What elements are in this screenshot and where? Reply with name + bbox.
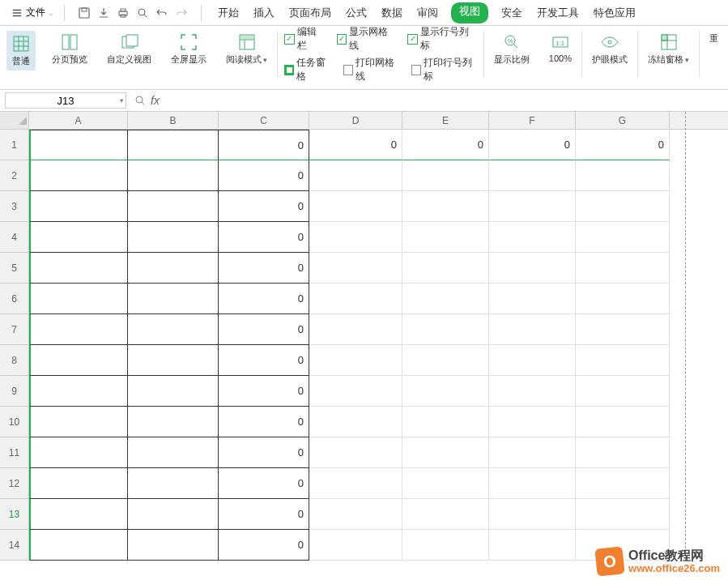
cell[interactable] <box>402 222 489 253</box>
cell[interactable] <box>402 253 489 284</box>
hundred-button[interactable]: 1:1 100% <box>546 31 575 65</box>
cell[interactable] <box>128 284 219 314</box>
col-header-C[interactable]: C <box>219 112 309 129</box>
row-header[interactable]: 13 <box>0 499 29 530</box>
print-icon[interactable] <box>117 6 130 19</box>
cell[interactable] <box>576 160 670 191</box>
cell[interactable] <box>128 468 219 499</box>
cell[interactable]: 0 <box>219 284 309 314</box>
cell[interactable]: 0 <box>219 130 309 160</box>
view-normal-button[interactable]: 普通 <box>6 31 36 70</box>
file-menu[interactable]: 文件 ⌵ <box>6 4 57 21</box>
cell[interactable] <box>309 222 402 253</box>
cell[interactable] <box>29 437 128 468</box>
export-icon[interactable] <box>97 6 110 19</box>
cell[interactable]: 0 <box>219 191 309 222</box>
cell[interactable]: 0 <box>219 160 309 191</box>
undo-icon[interactable] <box>155 6 168 19</box>
cell[interactable] <box>128 499 219 530</box>
fullscreen-button[interactable]: 全屏显示 <box>168 31 210 67</box>
cell[interactable] <box>489 160 576 191</box>
cell[interactable] <box>309 376 402 407</box>
cell[interactable]: 0 <box>219 314 309 345</box>
preview-icon[interactable] <box>136 6 149 19</box>
cell[interactable] <box>128 437 219 468</box>
cell[interactable] <box>402 437 489 468</box>
check-printgrid[interactable]: 打印网格线 <box>343 56 400 83</box>
cell[interactable] <box>489 530 576 561</box>
eyecare-button[interactable]: 护眼模式 <box>589 31 631 67</box>
cell[interactable] <box>309 530 402 561</box>
cell[interactable] <box>489 345 576 376</box>
cell[interactable] <box>128 530 219 561</box>
row-header[interactable]: 7 <box>0 314 29 345</box>
tab-security[interactable]: 安全 <box>500 2 524 23</box>
cell[interactable] <box>576 222 670 253</box>
row-header[interactable]: 8 <box>0 345 29 376</box>
cell[interactable] <box>128 191 219 222</box>
zoom-fx-icon[interactable] <box>134 95 146 106</box>
freeze-button[interactable]: 冻结窗格 <box>645 31 692 67</box>
cell[interactable] <box>29 468 128 499</box>
save-icon[interactable] <box>78 6 91 19</box>
cell[interactable] <box>29 530 128 561</box>
page-break-button[interactable]: 分页预览 <box>49 31 91 67</box>
col-header-G[interactable]: G <box>576 112 670 129</box>
tab-formula[interactable]: 公式 <box>344 2 368 23</box>
row-header[interactable]: 4 <box>0 222 29 253</box>
cell[interactable] <box>576 253 670 284</box>
cell[interactable] <box>128 314 219 345</box>
check-showgrid[interactable]: 显示网格线 <box>337 25 397 53</box>
cell[interactable] <box>128 160 219 191</box>
cell[interactable] <box>576 499 670 530</box>
cell[interactable]: 0 <box>219 407 309 437</box>
row-header[interactable]: 3 <box>0 191 29 222</box>
cell[interactable]: 0 <box>219 376 309 407</box>
cell[interactable] <box>489 499 576 530</box>
cell[interactable] <box>309 407 402 437</box>
cell[interactable] <box>402 160 489 191</box>
cell[interactable] <box>402 499 489 530</box>
row-header[interactable]: 2 <box>0 160 29 191</box>
cell[interactable] <box>29 499 128 530</box>
cell[interactable] <box>128 253 219 284</box>
cell[interactable] <box>489 468 576 499</box>
cell[interactable] <box>402 407 489 437</box>
row-header[interactable]: 1 <box>0 130 29 160</box>
check-showheaders[interactable]: 显示行号列标 <box>407 25 477 53</box>
cell[interactable]: 0 <box>219 499 309 530</box>
cell[interactable] <box>309 284 402 314</box>
reset-button[interactable]: 重 <box>706 31 722 46</box>
row-header[interactable]: 12 <box>0 468 29 499</box>
cell[interactable]: 0 <box>576 130 670 160</box>
cell[interactable] <box>489 191 576 222</box>
select-all-corner[interactable] <box>0 112 29 129</box>
cell[interactable] <box>489 437 576 468</box>
formula-input[interactable] <box>168 93 723 108</box>
cell[interactable] <box>29 314 128 345</box>
name-box[interactable]: J13 ▾ <box>5 92 126 109</box>
cell[interactable] <box>128 222 219 253</box>
check-printheaders[interactable]: 打印行号列标 <box>411 56 477 83</box>
cell[interactable] <box>489 284 576 314</box>
tab-special[interactable]: 特色应用 <box>592 2 637 23</box>
cell[interactable] <box>402 468 489 499</box>
cell[interactable]: 0 <box>309 130 402 160</box>
tab-insert[interactable]: 插入 <box>252 2 276 23</box>
check-editbar[interactable]: 编辑栏 <box>284 25 326 53</box>
cell[interactable]: 0 <box>219 468 309 499</box>
read-mode-button[interactable]: 阅读模式 <box>223 31 270 67</box>
tab-review[interactable]: 审阅 <box>415 2 440 23</box>
cell[interactable] <box>489 253 576 284</box>
cell[interactable] <box>309 468 402 499</box>
tab-start[interactable]: 开始 <box>216 2 241 23</box>
cell[interactable] <box>309 499 402 530</box>
row-header[interactable]: 10 <box>0 407 29 437</box>
cell[interactable] <box>309 191 402 222</box>
cell[interactable]: 0 <box>219 437 309 468</box>
cell[interactable] <box>576 468 670 499</box>
cell[interactable] <box>576 407 670 437</box>
tab-view[interactable]: 视图 <box>451 2 488 23</box>
cell[interactable] <box>309 253 402 284</box>
cell[interactable]: 0 <box>219 530 309 561</box>
